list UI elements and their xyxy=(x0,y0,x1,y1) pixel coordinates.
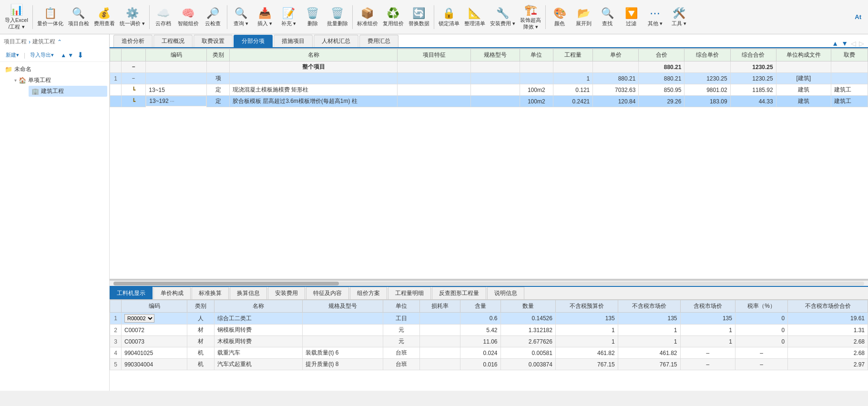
cell-expand-total: － xyxy=(122,61,146,73)
bill-integration-btn[interactable]: 📋 量价一体化 xyxy=(35,3,65,31)
bcell-tax-rate-2: 0 xyxy=(735,325,787,336)
nav-right-btn[interactable]: ▷ xyxy=(859,40,864,47)
nav-up-btn[interactable]: ▲ xyxy=(832,40,838,47)
scrollbar-area[interactable] xyxy=(110,280,868,286)
decoration-high-btn[interactable]: 🏗️ 装饰超高降效 ▾ xyxy=(518,3,543,31)
breadcrumb-expand-icon[interactable]: ⌃ xyxy=(57,39,62,45)
tab-fee-settings[interactable]: 取费设置 xyxy=(194,35,233,47)
batch-delete-btn[interactable]: 🗑️ 批量删除 xyxy=(325,3,350,31)
tools-btn[interactable]: 🛠️ 工具 ▾ xyxy=(667,3,690,31)
cell-comp-total-3: 44.33 xyxy=(730,96,776,107)
main-table-container[interactable]: 编码 类别 名称 项目特征 规格型号 单位 工程量 单价 合价 综合单价 综合合… xyxy=(110,49,868,280)
cell-unit-file-total xyxy=(776,61,831,73)
table-row-13-15[interactable]: ┗ 13~15 定 现浇混凝土模板施模费 矩形柱 100m2 0.121 703… xyxy=(110,84,868,96)
query-btn[interactable]: 🔍 查询 ▾ xyxy=(230,3,253,31)
new-btn[interactable]: 新建▾ xyxy=(3,51,22,60)
cell-feature-1 xyxy=(398,73,471,84)
bottom-table-row-1[interactable]: 1 R00002 人 综合工二类工 工日 0.6 xyxy=(110,313,868,325)
tab-conversion-info[interactable]: 换算信息 xyxy=(230,287,267,299)
home-icon: 🏠 xyxy=(19,77,26,84)
tree-item-unnamed[interactable]: 📁 未命名 xyxy=(2,64,107,75)
nav-down-btn[interactable]: ▼ xyxy=(841,40,848,47)
bcell-unit-4: 台班 xyxy=(383,347,420,359)
sidebar-down-btn[interactable]: ▼ xyxy=(68,52,73,59)
cell-unit-3: 100m2 xyxy=(520,96,553,107)
code-text-3: 13~192 xyxy=(149,98,168,104)
cloud-check-label: 云检查 xyxy=(205,20,221,27)
bcell-market-total-1: 19.61 xyxy=(788,313,868,325)
standard-group-btn[interactable]: 📦 标准组价 xyxy=(355,3,380,31)
table-row-1[interactable]: 1 － 项 1 880.21 880.21 1230.25 1230.25 [ xyxy=(110,73,868,84)
tab-standard-conversion[interactable]: 标准换算 xyxy=(192,287,229,299)
cloud-archive-btn[interactable]: ☁️ 云存档 xyxy=(152,3,175,31)
tab-install-fee[interactable]: 安装费用 xyxy=(268,287,305,299)
project-check-btn[interactable]: 🔍 项目自检 xyxy=(66,3,91,31)
lock-clear-btn[interactable]: 🔒 锁定清单 xyxy=(437,3,461,31)
tab-group-plan[interactable]: 组价方案 xyxy=(350,287,387,299)
bottom-table-container[interactable]: 编码 类别 名称 规格及型号 单位 损耗率 含量 数量 不含税预算价 不含税市场… xyxy=(110,300,868,391)
expand-btn[interactable]: 📂 展开到 xyxy=(572,3,595,31)
smart-pricing-btn[interactable]: 🧠 智能组价 xyxy=(176,3,201,31)
tab-project-overview[interactable]: 工程概况 xyxy=(153,35,193,47)
replace-data-btn[interactable]: 🔄 替换数据 xyxy=(407,3,431,31)
nav-left-btn[interactable]: ◁ xyxy=(851,40,856,47)
bcell-market-total-2: 1.31 xyxy=(788,325,868,336)
tab-unit-composition[interactable]: 单价构成 xyxy=(153,287,191,299)
cell-comp-total-1: 1230.25 xyxy=(730,73,776,84)
query-icon: 🔍 xyxy=(235,7,247,20)
col-category: 类别 xyxy=(207,49,229,61)
supplement-btn[interactable]: 📝 补充 ▾ xyxy=(277,3,300,31)
sidebar-up-btn[interactable]: ▲ xyxy=(61,52,66,59)
scrollbar-thumb[interactable] xyxy=(113,282,339,285)
import-excel-btn[interactable]: 📊 导入Excel/工程 ▾ xyxy=(3,3,30,31)
color-btn[interactable]: 🎨 颜色 xyxy=(548,3,571,31)
organize-clear-btn[interactable]: 📐 整理清单 xyxy=(462,3,487,31)
tree-item-single-project[interactable]: ▾ 🏠 单项工程 xyxy=(11,75,107,86)
tab-fee-summary[interactable]: 费用汇总 xyxy=(359,35,398,47)
insert-btn[interactable]: 📥 插入 ▾ xyxy=(254,3,276,31)
col-expand xyxy=(122,49,146,61)
bottom-table-row-5[interactable]: 5 990304004 机 汽车式起重机 提升质量(t) 8 台班 0.016 … xyxy=(110,359,868,370)
install-fee-btn[interactable]: 🔧 安装费用 ▾ xyxy=(488,3,517,31)
bcell-loss-rate-3 xyxy=(420,336,460,347)
install-fee-icon: 🔧 xyxy=(496,7,509,20)
other-btn[interactable]: ⋯ 其他 ▾ xyxy=(643,3,666,31)
expand-label: 展开到 xyxy=(576,20,592,27)
cell-fee-total xyxy=(831,61,868,73)
bottom-table-row-3[interactable]: 3 C00073 材 木模板周转费 元 11.06 2.677626 1 1 1 xyxy=(110,336,868,347)
tab-features-content[interactable]: 特征及内容 xyxy=(306,287,349,299)
smart-pricing-icon: 🧠 xyxy=(182,7,194,20)
table-row-total[interactable]: － 整个项目 880.21 1230.25 xyxy=(110,61,868,73)
tab-cost-analysis[interactable]: 造价分析 xyxy=(113,35,153,47)
bottom-table-row-4[interactable]: 4 990401025 机 载重汽车 装载质量(t) 6 台班 0.024 0.… xyxy=(110,347,868,359)
sidebar-download-btn[interactable]: ⬇ xyxy=(77,51,83,60)
cell-spec-2 xyxy=(470,84,520,96)
tab-measures[interactable]: 措施项目 xyxy=(274,35,313,47)
code-select-1[interactable]: R00002 xyxy=(124,314,154,323)
sep3 xyxy=(227,5,227,29)
cell-unit-1 xyxy=(520,73,553,84)
import-export-btn[interactable]: 导入导出▾ xyxy=(27,51,57,60)
fee-check-icon: 💰 xyxy=(98,7,111,20)
tab-labor-material[interactable]: 人材机汇总 xyxy=(314,35,358,47)
cloud-check-btn[interactable]: 🔎 云检查 xyxy=(202,3,225,31)
supplement-icon: 📝 xyxy=(282,7,295,20)
more-btn-3[interactable]: ··· xyxy=(170,98,174,104)
tab-work-detail[interactable]: 工程量明细 xyxy=(388,287,431,299)
find-btn[interactable]: 🔍 查找 xyxy=(596,3,619,31)
breadcrumb: 项目工程 › 建筑工程 ⌃ xyxy=(0,34,110,50)
bottom-table-row-2[interactable]: 2 C00072 材 钢模板周转费 元 5.42 1.312182 1 1 1 xyxy=(110,325,868,336)
fee-check-btn[interactable]: 💰 费用查看 xyxy=(92,3,117,31)
cell-unit-price-total xyxy=(593,61,639,73)
tab-labor-material-display[interactable]: 工料机显示 xyxy=(110,287,153,299)
sep2 xyxy=(149,5,150,29)
tree-item-construction[interactable]: 🏢 建筑工程 xyxy=(29,86,107,97)
delete-btn[interactable]: 🗑️ 删除 xyxy=(301,3,324,31)
tab-check-drawing[interactable]: 反查图形工程量 xyxy=(432,287,486,299)
tab-description-info[interactable]: 说明信息 xyxy=(487,287,524,299)
unified-pricing-btn[interactable]: ⚙️ 统一调价 ▾ xyxy=(118,3,147,31)
tab-sub-section[interactable]: 分部分项 xyxy=(234,35,273,47)
filter-btn[interactable]: 🔽 过滤 xyxy=(620,3,643,31)
table-row-13-192[interactable]: ┗ 13~192 ··· 定 胶合板模板 层高超过3.6m模板增价(每超高1m)… xyxy=(110,96,868,107)
reuse-price-btn[interactable]: ♻️ 复用组价 xyxy=(381,3,406,31)
